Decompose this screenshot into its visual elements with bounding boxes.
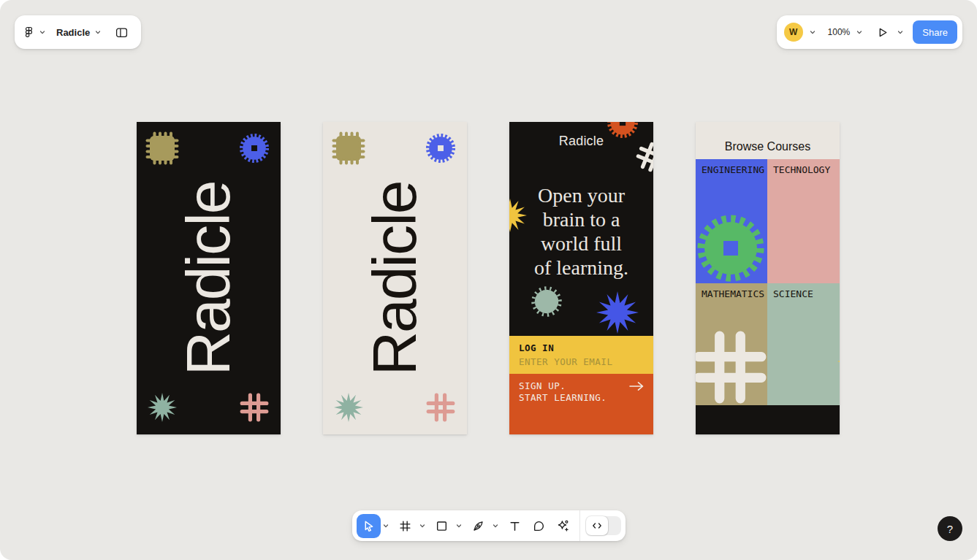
artboard-cover-dark[interactable]: Radicle	[137, 122, 281, 434]
chevron-down-icon	[810, 29, 816, 35]
shape-tool-button[interactable]	[430, 514, 454, 538]
file-name-chevron[interactable]	[93, 20, 103, 44]
sidebar-toggle-icon	[115, 26, 128, 39]
file-name: Radicle	[56, 27, 90, 38]
move-tool-button[interactable]	[357, 514, 381, 538]
pen-tool-chevron[interactable]	[490, 514, 501, 537]
vertical-title-wrap: Radicle	[137, 122, 281, 434]
email-input[interactable]: ENTER YOUR EMAIL	[519, 356, 644, 367]
vertical-title[interactable]: Radicle	[173, 181, 244, 375]
chevron-down-icon	[493, 523, 498, 529]
chevron-down-icon	[897, 29, 903, 35]
actions-tool-button[interactable]	[551, 514, 575, 538]
help-button[interactable]: ?	[938, 516, 962, 541]
category-tile-science[interactable]: SCIENCE	[767, 283, 840, 405]
starburst-shape[interactable]	[148, 393, 177, 422]
frame-tool-button[interactable]	[393, 514, 417, 538]
chevron-down-icon	[456, 523, 462, 529]
toolbar-divider	[579, 510, 580, 541]
starburst-shape[interactable]	[837, 323, 840, 400]
avatar-chevron[interactable]	[807, 20, 818, 44]
vertical-title[interactable]: Radicle	[360, 181, 430, 375]
shape-tool-chevron[interactable]	[454, 514, 464, 537]
figma-menu-chevron[interactable]	[37, 20, 47, 44]
chevron-down-icon	[95, 29, 101, 35]
signup-band[interactable]: SIGN UP. START LEARNING.	[509, 374, 653, 434]
play-icon	[876, 26, 889, 39]
cursor-icon	[362, 520, 375, 532]
hash-shape[interactable]	[696, 330, 767, 404]
arrow-right-icon[interactable]	[628, 381, 645, 391]
frame-icon	[399, 520, 411, 532]
avatar[interactable]: W	[784, 23, 803, 42]
artboard-cover-light[interactable]: Radicle	[323, 122, 467, 434]
category-tile-mathematics[interactable]: MATHEMATICS	[696, 283, 767, 405]
comment-icon	[533, 520, 545, 532]
sidebar-toggle-button[interactable]	[110, 20, 132, 44]
chevron-down-icon	[383, 523, 389, 529]
zoom-level: 100%	[828, 27, 851, 37]
help-label: ?	[947, 523, 953, 535]
zoom-chevron[interactable]	[854, 20, 864, 44]
dev-mode-thumb	[586, 516, 608, 535]
radicle-logo[interactable]: Radicle	[509, 134, 653, 149]
chevron-down-icon	[39, 29, 45, 35]
artboard-browse-courses[interactable]: Browse Courses ENGINEERING TECHNOLOGY MA…	[696, 122, 840, 434]
text-tool-button[interactable]	[503, 514, 527, 538]
chevron-down-icon	[856, 29, 862, 35]
signup-label: SIGN UP. START LEARNING.	[519, 380, 644, 404]
hash-shape[interactable]	[426, 393, 455, 422]
text-icon	[509, 520, 521, 532]
login-band[interactable]: LOG IN ENTER YOUR EMAIL	[509, 336, 653, 374]
vertical-title-wrap: Radicle	[323, 122, 467, 434]
artboard-welcome[interactable]: Radicle Open your brain to a world full …	[509, 122, 653, 434]
category-tile-technology[interactable]: TECHNOLOGY	[767, 159, 840, 283]
gear-shape[interactable]	[696, 212, 767, 283]
headline-text[interactable]: Open your brain to a world full of learn…	[509, 183, 653, 280]
category-label: MATHEMATICS	[702, 288, 764, 299]
login-label: LOG IN	[519, 342, 644, 353]
category-label: TECHNOLOGY	[773, 164, 830, 175]
starburst-shape[interactable]	[596, 291, 639, 334]
move-tool-chevron[interactable]	[381, 514, 391, 537]
category-tile-engineering[interactable]: ENGINEERING	[696, 159, 767, 283]
figma-menu-button[interactable]	[23, 20, 34, 44]
rectangle-icon	[436, 520, 448, 532]
dev-mode-toggle[interactable]	[586, 516, 621, 535]
share-button[interactable]: Share	[913, 20, 957, 44]
sparkle-actions-icon	[556, 519, 569, 532]
present-chevron[interactable]	[895, 20, 905, 44]
comment-tool-button[interactable]	[527, 514, 551, 538]
top-left-toolbar: Radicle	[15, 15, 141, 49]
browse-courses-title: Browse Courses	[696, 122, 840, 159]
figma-canvas: Radicle W 100% Share	[0, 0, 977, 560]
hash-shape[interactable]	[240, 393, 269, 422]
frame-tool-chevron[interactable]	[417, 514, 427, 537]
chevron-down-icon	[419, 523, 425, 529]
category-label: ENGINEERING	[702, 164, 764, 175]
code-icon	[592, 521, 602, 531]
top-right-toolbar: W 100% Share	[777, 15, 962, 49]
category-label: SCIENCE	[773, 288, 813, 299]
tools-toolbar	[352, 510, 626, 541]
starburst-shape[interactable]	[334, 393, 363, 422]
pen-icon	[472, 520, 484, 532]
blob-shape[interactable]	[523, 278, 570, 325]
browse-footer-band[interactable]	[696, 405, 840, 434]
figma-logo-icon	[23, 26, 34, 38]
pen-tool-button[interactable]	[466, 514, 490, 538]
present-button[interactable]	[873, 20, 891, 44]
